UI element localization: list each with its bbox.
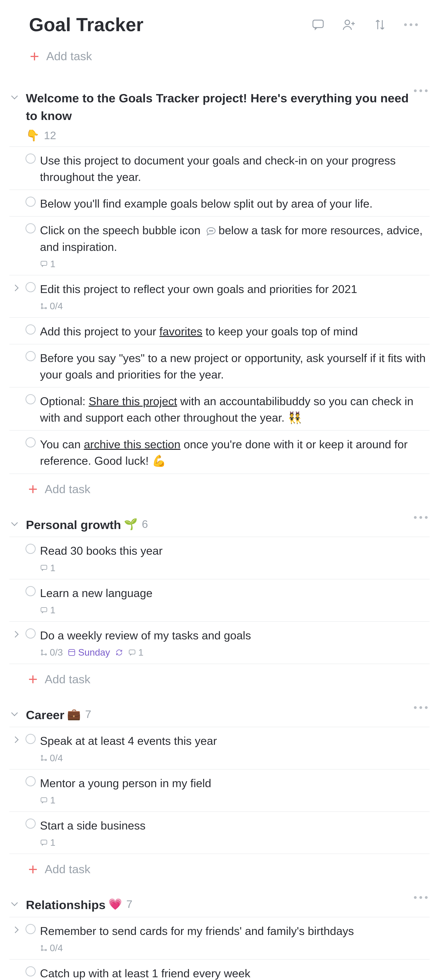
comments-icon[interactable]: [311, 18, 325, 32]
chevron-right-icon: [12, 285, 19, 291]
complete-checkbox[interactable]: [25, 628, 36, 639]
svg-rect-14: [129, 650, 135, 654]
section-title[interactable]: Welcome to the Goals Tracker project! He…: [26, 89, 409, 125]
chevron-right-icon: [12, 926, 19, 933]
section-toggle[interactable]: [10, 896, 21, 905]
section-toggle[interactable]: [10, 89, 21, 99]
complete-checkbox[interactable]: [25, 282, 36, 292]
section-title[interactable]: Personal growth: [26, 516, 121, 534]
due-date[interactable]: Sunday: [68, 646, 110, 659]
complete-checkbox[interactable]: [25, 776, 36, 786]
plus-icon: +: [28, 481, 38, 497]
task-body: Start a side business1: [40, 817, 428, 850]
comment-count[interactable]: 1: [40, 836, 56, 850]
subtask-toggle[interactable]: [10, 733, 21, 742]
svg-point-8: [45, 307, 47, 309]
task-body: Optional: Share this project with an acc…: [40, 393, 428, 426]
complete-checkbox[interactable]: [25, 734, 36, 744]
section-title[interactable]: Career: [26, 706, 64, 724]
complete-checkbox[interactable]: [25, 586, 36, 596]
complete-checkbox[interactable]: [25, 544, 36, 554]
section-toggle[interactable]: [10, 706, 21, 715]
task-title: Click on the speech bubble icon below a …: [40, 222, 428, 255]
plus-icon: +: [30, 48, 39, 64]
task-title: Learn a new language: [40, 585, 428, 601]
comment-count[interactable]: 1: [40, 561, 56, 575]
emoji: 👯: [288, 411, 302, 424]
section-more-icon[interactable]: [414, 706, 428, 709]
subtask-count: 0/3: [40, 646, 63, 659]
svg-point-22: [45, 950, 47, 951]
add-task-row[interactable]: +Add task: [10, 474, 429, 498]
complete-checkbox[interactable]: [25, 351, 36, 361]
task-row[interactable]: Click on the speech bubble icon below a …: [10, 216, 429, 275]
task-title: Remember to send cards for my friends' a…: [40, 923, 428, 939]
complete-checkbox[interactable]: [25, 223, 36, 234]
task-row[interactable]: Add this project to your favorites to ke…: [10, 318, 429, 344]
complete-checkbox[interactable]: [25, 818, 36, 829]
section-count: 12: [44, 127, 56, 143]
comment-count[interactable]: 1: [40, 603, 56, 617]
task-title: Read 30 books this year: [40, 542, 428, 559]
task-row[interactable]: Before you say "yes" to a new project or…: [10, 344, 429, 388]
task-row[interactable]: Read 30 books this year1: [10, 537, 429, 579]
section-more-icon[interactable]: [414, 896, 428, 899]
complete-checkbox[interactable]: [25, 924, 36, 934]
task-title: Before you say "yes" to a new project or…: [40, 350, 428, 383]
add-task-row[interactable]: +Add task: [10, 664, 429, 688]
task-title: Catch up with at least 1 friend every we…: [40, 965, 428, 980]
more-icon[interactable]: [404, 23, 418, 26]
subtask-toggle[interactable]: [10, 627, 21, 636]
svg-point-15: [41, 756, 43, 757]
task-body: You can archive this section once you're…: [40, 436, 428, 469]
svg-point-16: [41, 759, 43, 760]
task-body: Speak at at least 4 events this year0/4: [40, 733, 428, 765]
task-row[interactable]: Below you'll find example goals below sp…: [10, 190, 429, 216]
comment-count[interactable]: 1: [128, 646, 144, 659]
task-meta: 1: [40, 257, 428, 271]
sort-icon[interactable]: [373, 18, 387, 32]
complete-checkbox[interactable]: [25, 325, 36, 334]
chevron-right-icon: [12, 631, 19, 638]
task-row[interactable]: Start a side business1: [10, 812, 429, 854]
task-title: Mentor a young person in my field: [40, 775, 428, 791]
task-row[interactable]: Do a weekly review of my tasks and goals…: [10, 622, 429, 664]
task-row[interactable]: Mentor a young person in my field1: [10, 770, 429, 812]
task-row[interactable]: Catch up with at least 1 friend every we…: [10, 959, 429, 980]
comment-count[interactable]: 1: [40, 257, 56, 271]
emoji: 💪: [152, 454, 166, 467]
complete-checkbox[interactable]: [25, 394, 36, 404]
complete-checkbox[interactable]: [25, 966, 36, 977]
header-actions: [311, 18, 418, 32]
header-add-task[interactable]: + Add task: [10, 44, 429, 83]
task-title: Use this project to document your goals …: [40, 152, 428, 185]
task-row[interactable]: Use this project to document your goals …: [10, 147, 429, 190]
task-row[interactable]: Speak at at least 4 events this year0/4: [10, 727, 429, 770]
subtask-toggle[interactable]: [10, 923, 21, 932]
svg-rect-18: [41, 798, 47, 802]
section-title[interactable]: Relationships: [26, 896, 106, 914]
section-count: 7: [126, 896, 132, 912]
add-person-icon[interactable]: [342, 18, 356, 32]
subtask-toggle[interactable]: [10, 281, 21, 290]
complete-checkbox[interactable]: [25, 153, 36, 164]
complete-checkbox[interactable]: [25, 197, 36, 207]
task-row[interactable]: Edit this project to reflect your own go…: [10, 275, 429, 318]
task-row[interactable]: Optional: Share this project with an acc…: [10, 388, 429, 431]
section-toggle[interactable]: [10, 516, 21, 525]
comment-count[interactable]: 1: [40, 794, 56, 807]
task-meta: 1: [40, 836, 428, 850]
task-row[interactable]: Remember to send cards for my friends' a…: [10, 917, 429, 959]
complete-checkbox[interactable]: [25, 437, 36, 447]
task-row[interactable]: Learn a new language1: [10, 579, 429, 622]
section-count: 7: [85, 706, 91, 722]
svg-point-13: [45, 654, 47, 655]
add-task-row[interactable]: +Add task: [10, 854, 429, 878]
task-title: You can archive this section once you're…: [40, 436, 428, 469]
task-row[interactable]: You can archive this section once you're…: [10, 431, 429, 474]
section-more-icon[interactable]: [414, 516, 428, 519]
task-body: Do a weekly review of my tasks and goals…: [40, 627, 428, 659]
section-emoji: 👇: [26, 127, 40, 143]
section-more-icon[interactable]: [414, 89, 428, 92]
task-meta: 1: [40, 561, 428, 575]
